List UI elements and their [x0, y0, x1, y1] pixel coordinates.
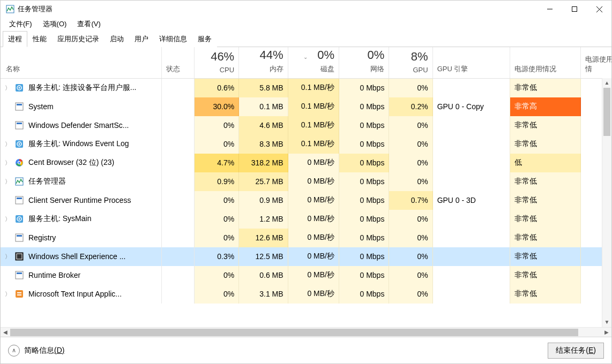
scroll-down-icon[interactable]: ▼: [602, 317, 611, 327]
chevron-up-icon: ∧: [8, 345, 20, 357]
process-row[interactable]: 〉Cent Browser (32 位) (23)4.7%318.2 MB0 M…: [1, 154, 611, 172]
close-button[interactable]: [587, 1, 611, 18]
expand-icon[interactable]: 〉: [4, 159, 11, 167]
process-grid[interactable]: 名称 状态 46% CPU 44% 内存 ⌄0% 磁盘: [1, 47, 611, 327]
process-row[interactable]: 〉Microsoft Text Input Applic...0%3.1 MB0…: [1, 285, 611, 304]
status-cell: [162, 191, 195, 210]
process-name: Windows Defender SmartSc...: [28, 121, 129, 130]
process-icon: [14, 102, 24, 111]
status-cell: [162, 247, 195, 266]
disk-cell: 0 MB/秒: [288, 210, 339, 229]
status-cell: [162, 78, 195, 97]
disk-cell: 0 MB/秒: [288, 285, 339, 304]
tab-4[interactable]: 用户: [129, 31, 154, 47]
process-row[interactable]: Client Server Runtime Process0%0.9 MB0 M…: [1, 191, 611, 210]
memory-cell: 0.9 MB: [239, 191, 288, 210]
power-cell: 非常低: [510, 78, 580, 97]
tab-5[interactable]: 详细信息: [154, 31, 192, 47]
gpu-engine-cell: [432, 285, 510, 304]
scroll-thumb[interactable]: [603, 88, 610, 136]
disk-cell: 0 MB/秒: [288, 154, 339, 172]
gpu-cell: 0.2%: [389, 97, 432, 116]
window-controls: [538, 1, 611, 18]
horizontal-scrollbar[interactable]: ◀ ▶: [1, 327, 611, 337]
process-row[interactable]: Windows Defender SmartSc...0%4.6 MB0.1 M…: [1, 116, 611, 135]
power-cell: 非常低: [510, 247, 580, 266]
expand-icon[interactable]: 〉: [4, 84, 11, 92]
process-row[interactable]: Registry0%12.6 MB0 MB/秒0 Mbps0%非常低: [1, 229, 611, 247]
process-name: 服务主机: SysMain: [28, 214, 91, 224]
gpu-cell: 0%: [389, 285, 432, 304]
svg-point-14: [19, 143, 20, 145]
memory-cell: 3.1 MB: [239, 285, 288, 304]
col-gpu-engine[interactable]: GPU 引擎: [432, 47, 510, 78]
tab-0[interactable]: 进程: [3, 31, 27, 47]
process-row[interactable]: System30.0%0.1 MB0.1 MB/秒0 Mbps0.2%GPU 0…: [1, 97, 611, 116]
gpu-cell: 0%: [389, 229, 432, 247]
tab-1[interactable]: 性能: [27, 31, 52, 47]
tab-2[interactable]: 应用历史记录: [52, 31, 105, 47]
memory-cell: 318.2 MB: [239, 154, 288, 172]
process-row[interactable]: 〉Windows Shell Experience ...0.3%12.5 MB…: [1, 247, 611, 266]
cpu-cell: 0.6%: [194, 78, 238, 97]
expand-icon[interactable]: 〉: [4, 290, 11, 298]
fewer-details-toggle[interactable]: ∧ 简略信息(D): [8, 345, 64, 357]
app-icon: [6, 5, 14, 13]
col-disk[interactable]: ⌄0% 磁盘: [288, 47, 339, 78]
menu-view[interactable]: 查看(V): [75, 18, 102, 30]
scroll-left-icon[interactable]: ◀: [1, 329, 10, 335]
col-network[interactable]: 0% 网络: [339, 47, 389, 78]
memory-cell: 12.6 MB: [239, 229, 288, 247]
process-name: System: [28, 102, 54, 111]
memory-cell: 5.8 MB: [239, 78, 288, 97]
status-cell: [162, 266, 195, 285]
window-title: 任务管理器: [18, 4, 53, 14]
scroll-right-icon[interactable]: ▶: [602, 329, 611, 335]
process-row[interactable]: 〉服务主机: SysMain0%1.2 MB0 MB/秒0 Mbps0%非常低: [1, 210, 611, 229]
process-row[interactable]: 〉任务管理器0.9%25.7 MB0 MB/秒0 Mbps0%非常低: [1, 172, 611, 191]
cpu-cell: 0%: [194, 135, 238, 154]
tab-6[interactable]: 服务: [192, 31, 217, 47]
power-cell: 非常低: [510, 135, 580, 154]
menu-file[interactable]: 文件(F): [7, 18, 34, 30]
expand-icon[interactable]: 〉: [4, 140, 11, 148]
col-cpu[interactable]: 46% CPU: [194, 47, 238, 78]
menubar: 文件(F) 选项(O) 查看(V): [1, 18, 611, 31]
status-cell: [162, 210, 195, 229]
expand-icon[interactable]: 〉: [4, 178, 11, 186]
task-manager-window: 任务管理器 文件(F) 选项(O) 查看(V) 进程性能应用历史记录启动用户详细…: [0, 0, 612, 364]
tab-3[interactable]: 启动: [105, 31, 129, 47]
gpu-cell: 0%: [389, 210, 432, 229]
scroll-up-icon[interactable]: ▲: [602, 78, 611, 88]
end-task-button[interactable]: 结束任务(E): [548, 343, 604, 359]
col-power-trend[interactable]: 电源使用情: [580, 47, 611, 78]
col-status[interactable]: 状态: [162, 47, 195, 78]
gpu-engine-cell: [432, 266, 510, 285]
status-cell: [162, 97, 195, 116]
menu-options[interactable]: 选项(O): [41, 18, 69, 30]
col-gpu[interactable]: 8% GPU: [389, 47, 432, 78]
disk-cell: 0 MB/秒: [288, 191, 339, 210]
gpu-cell: 0%: [389, 266, 432, 285]
process-row[interactable]: 〉服务主机: 连接设备平台用户服...0.6%5.8 MB0.1 MB/秒0 M…: [1, 78, 611, 97]
maximize-button[interactable]: [562, 1, 587, 18]
hscroll-thumb[interactable]: [10, 329, 578, 336]
col-memory[interactable]: 44% 内存: [239, 47, 288, 78]
vertical-scrollbar[interactable]: ▲ ▼: [602, 78, 611, 327]
expand-icon[interactable]: 〉: [4, 253, 11, 261]
col-power[interactable]: 电源使用情况: [510, 47, 580, 78]
cpu-cell: 0%: [194, 116, 238, 135]
svg-point-7: [19, 87, 20, 89]
status-cell: [162, 172, 195, 191]
col-name[interactable]: 名称: [1, 47, 162, 78]
tabbar: 进程性能应用历史记录启动用户详细信息服务: [1, 31, 611, 47]
svg-rect-11: [17, 123, 22, 124]
titlebar[interactable]: 任务管理器: [1, 1, 611, 18]
minimize-button[interactable]: [538, 1, 562, 18]
expand-icon[interactable]: 〉: [4, 215, 11, 223]
process-row[interactable]: 〉服务主机: Windows Event Log0%8.3 MB0.1 MB/秒…: [1, 135, 611, 154]
gpu-engine-cell: [432, 116, 510, 135]
process-row[interactable]: Runtime Broker0%0.6 MB0 MB/秒0 Mbps0%非常低: [1, 266, 611, 285]
status-cell: [162, 116, 195, 135]
process-icon: [14, 195, 24, 205]
